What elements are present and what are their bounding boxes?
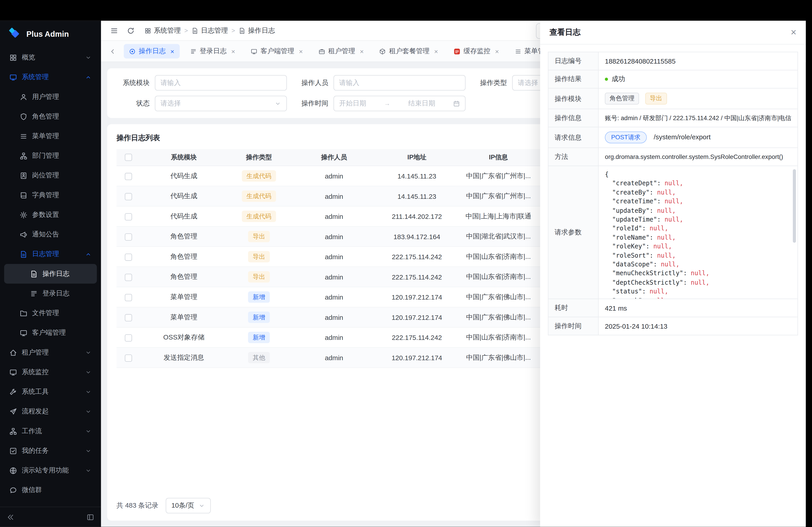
cell-module: OSS对象存储 bbox=[140, 327, 228, 348]
request-params-code-block[interactable]: { "createDept": null, "createBy": null, … bbox=[599, 166, 797, 299]
close-icon[interactable]: × bbox=[791, 28, 797, 37]
tab-login-log[interactable]: 登录日志 × bbox=[185, 44, 241, 58]
sidebar-item-param-settings[interactable]: 参数设置 bbox=[4, 205, 97, 225]
code-line: "roleName": null, bbox=[605, 233, 791, 242]
operator-filter-input[interactable]: 请输入 bbox=[334, 75, 466, 91]
column-header[interactable]: 系统模块 bbox=[140, 149, 228, 166]
sidebar-item-role-management[interactable]: 角色管理 bbox=[4, 107, 97, 126]
sidebar-item-menu-management[interactable]: 菜单管理 bbox=[4, 126, 97, 146]
row-checkbox[interactable] bbox=[125, 274, 132, 281]
close-icon[interactable]: × bbox=[170, 48, 174, 55]
sidebar-item-log-management[interactable]: 日志管理 bbox=[4, 244, 97, 264]
collapse-sidebar-icon[interactable] bbox=[7, 513, 14, 521]
panel-layout-icon[interactable] bbox=[86, 513, 94, 521]
sidebar-item-wechat-group[interactable]: 微信群 bbox=[4, 480, 97, 500]
sidebar-item-workflow[interactable]: 工作流 bbox=[4, 421, 97, 441]
sidebar-item-process-start[interactable]: 流程发起 bbox=[4, 402, 97, 421]
sidebar-item-system-management[interactable]: 系统管理 bbox=[4, 67, 97, 87]
select-all-checkbox[interactable] bbox=[125, 154, 132, 161]
sidebar-item-post-management[interactable]: 岗位管理 bbox=[4, 166, 97, 185]
app-logo[interactable]: Plus Admin bbox=[0, 21, 101, 47]
cell-module: 菜单管理 bbox=[140, 307, 228, 328]
scrollbar-thumb[interactable] bbox=[793, 169, 796, 243]
sidebar-item-login-log[interactable]: 登录日志 bbox=[4, 284, 97, 303]
close-icon[interactable]: × bbox=[434, 48, 438, 55]
breadcrumb-item[interactable]: 操作日志 bbox=[238, 26, 275, 35]
row-checkbox[interactable] bbox=[125, 334, 132, 342]
tab-tenant-package-management[interactable]: 租户套餐管理 × bbox=[374, 44, 444, 58]
breadcrumb-item[interactable]: 系统管理 bbox=[145, 26, 181, 35]
operation-type-badge: 其他 bbox=[248, 352, 270, 363]
row-checkbox[interactable] bbox=[125, 294, 132, 301]
drawer-header: 查看日志 × bbox=[540, 21, 806, 45]
code-line: "createTime": null, bbox=[605, 197, 791, 206]
cell-ip-info: 中国|山东省|济南市|... bbox=[455, 246, 541, 267]
list-icon bbox=[514, 48, 521, 55]
chevron-up-icon bbox=[85, 251, 92, 257]
sidebar-item-user-management[interactable]: 用户管理 bbox=[4, 87, 97, 107]
row-checkbox[interactable] bbox=[125, 354, 132, 362]
close-icon[interactable]: × bbox=[299, 48, 303, 55]
chevron-down-icon bbox=[85, 349, 92, 356]
chevron-down-icon bbox=[85, 54, 92, 61]
operation-type-badge: 新增 bbox=[248, 291, 270, 303]
paper-plane-icon bbox=[9, 408, 17, 415]
tab-operation-log[interactable]: 操作日志 × bbox=[124, 44, 179, 58]
page-size-select[interactable]: 10条/页 bbox=[166, 498, 211, 513]
field-result: 操作结果 成功 bbox=[548, 70, 798, 88]
field-value: 421 ms bbox=[598, 299, 798, 317]
status-filter-select[interactable]: 请选择 bbox=[155, 96, 287, 111]
sidebar-item-overview[interactable]: 概览 bbox=[4, 48, 97, 67]
date-range-picker[interactable]: 开始日期 → 结束日期 bbox=[334, 96, 466, 111]
close-icon[interactable]: × bbox=[495, 48, 499, 55]
cell-ip-info: 中国|广东省|佛山市|... bbox=[455, 307, 541, 328]
sidebar-item-client-management[interactable]: 客户端管理 bbox=[4, 323, 97, 343]
tab-cache-monitor[interactable]: 缓存监控 × bbox=[448, 44, 504, 58]
row-checkbox[interactable] bbox=[125, 193, 132, 200]
sidebar-item-dict-management[interactable]: 字典管理 bbox=[4, 185, 97, 205]
tab-tenant-management[interactable]: 租户管理 × bbox=[313, 44, 369, 58]
sidebar-item-system-monitor[interactable]: 系统监控 bbox=[4, 362, 97, 382]
tabs-scroll-left-icon[interactable] bbox=[106, 45, 119, 58]
cell-ip-info: 中国|广东省|佛山市|... bbox=[455, 287, 541, 307]
column-header[interactable]: IP信息 bbox=[455, 149, 541, 166]
tab-client-management[interactable]: 客户端管理 × bbox=[246, 44, 308, 58]
column-header[interactable]: 操作人员 bbox=[290, 149, 378, 166]
close-icon[interactable]: × bbox=[231, 48, 235, 55]
refresh-icon[interactable] bbox=[124, 24, 137, 37]
row-checkbox[interactable] bbox=[125, 253, 132, 260]
sidebar-item-my-tasks[interactable]: 我的任务 bbox=[4, 441, 97, 461]
filter-label-operator: 操作人员 bbox=[295, 78, 329, 88]
sidebar-footer bbox=[0, 507, 101, 527]
display-icon bbox=[9, 368, 17, 376]
breadcrumb: 系统管理 > 日志管理 > 操作日志 bbox=[145, 26, 275, 35]
book-icon bbox=[20, 191, 27, 199]
target-icon bbox=[129, 48, 136, 55]
list-icon bbox=[20, 132, 27, 140]
row-checkbox[interactable] bbox=[125, 314, 132, 321]
row-checkbox[interactable] bbox=[125, 233, 132, 241]
column-header[interactable]: 操作类型 bbox=[228, 149, 290, 166]
sidebar-item-tenant-management[interactable]: 租户管理 bbox=[4, 343, 97, 362]
cell-operator: admin bbox=[290, 246, 378, 267]
column-header[interactable]: IP地址 bbox=[378, 149, 455, 166]
sidebar-item-operation-log[interactable]: 操作日志 bbox=[4, 264, 97, 284]
sidebar-item-demo-features[interactable]: 演示站专用功能 bbox=[4, 461, 97, 480]
row-checkbox[interactable] bbox=[125, 213, 132, 220]
sidebar-item-dept-management[interactable]: 部门管理 bbox=[4, 146, 97, 165]
breadcrumb-item[interactable]: 日志管理 bbox=[192, 26, 228, 35]
row-checkbox[interactable] bbox=[125, 173, 132, 180]
sidebar-item-notice[interactable]: 通知公告 bbox=[4, 225, 97, 244]
field-value: POST请求 /system/role/export bbox=[598, 127, 798, 148]
code-line: "dataScope": null, bbox=[605, 260, 791, 269]
hamburger-menu-icon[interactable] bbox=[107, 24, 121, 37]
org-icon bbox=[20, 152, 27, 160]
close-icon[interactable]: × bbox=[360, 48, 364, 55]
sidebar-item-system-tools[interactable]: 系统工具 bbox=[4, 382, 97, 402]
module-filter-input[interactable]: 请输入 bbox=[155, 75, 287, 91]
sitemap-icon bbox=[9, 427, 17, 435]
sidebar-item-file-management[interactable]: 文件管理 bbox=[4, 303, 97, 323]
start-date-placeholder: 开始日期 bbox=[339, 99, 366, 108]
code-line: { bbox=[605, 170, 791, 179]
cell-ip: 222.175.114.242 bbox=[378, 267, 455, 287]
